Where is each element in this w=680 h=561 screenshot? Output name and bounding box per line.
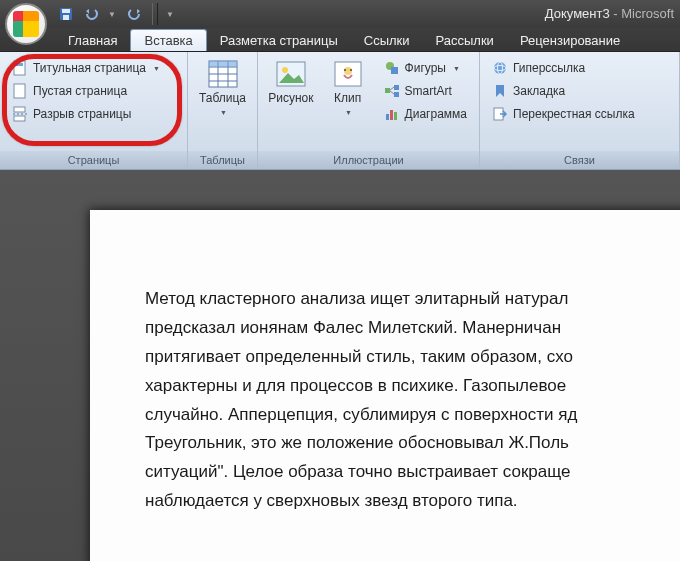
chart-icon bbox=[384, 106, 400, 122]
text-line: наблюдается у сверхновых звезд второго т… bbox=[145, 487, 680, 516]
table-label: Таблица bbox=[199, 91, 246, 105]
bookmark-label: Закладка bbox=[513, 84, 565, 98]
svg-point-21 bbox=[350, 69, 352, 71]
group-tables-label: Таблицы bbox=[188, 151, 257, 169]
svg-rect-6 bbox=[14, 107, 25, 112]
group-pages-label: Страницы bbox=[0, 151, 187, 169]
group-links-label: Связи bbox=[480, 151, 679, 169]
tab-insert[interactable]: Вставка bbox=[130, 29, 206, 51]
page-break-button[interactable]: Разрыв страницы bbox=[8, 104, 164, 124]
hyperlink-icon bbox=[492, 60, 508, 76]
text-line: ситуаций". Целое образа точно выстраивае… bbox=[145, 458, 680, 487]
cover-page-label: Титульная страница bbox=[33, 61, 146, 75]
svg-rect-1 bbox=[62, 9, 70, 13]
group-tables: Таблица▼ Таблицы bbox=[188, 52, 258, 169]
svg-rect-2 bbox=[63, 15, 69, 20]
blank-page-icon bbox=[12, 83, 28, 99]
text-line: Треугольник, это же положение обосновыва… bbox=[145, 429, 680, 458]
shapes-icon bbox=[384, 60, 400, 76]
tab-review[interactable]: Рецензирование bbox=[507, 30, 633, 51]
svg-line-28 bbox=[390, 91, 394, 94]
svg-rect-30 bbox=[390, 110, 393, 120]
tab-references[interactable]: Ссылки bbox=[351, 30, 423, 51]
tab-home[interactable]: Главная bbox=[55, 30, 130, 51]
text-line: характерны и для процессов в психике. Га… bbox=[145, 372, 680, 401]
svg-rect-7 bbox=[14, 116, 25, 121]
svg-rect-26 bbox=[394, 92, 399, 97]
document-name: Документ3 bbox=[545, 6, 610, 21]
blank-page-button[interactable]: Пустая страница bbox=[8, 81, 164, 101]
svg-rect-25 bbox=[394, 85, 399, 90]
svg-point-17 bbox=[282, 67, 288, 73]
clip-label: Клип bbox=[334, 91, 361, 105]
picture-button[interactable]: Рисунок bbox=[262, 56, 320, 107]
tab-mailings[interactable]: Рассылки bbox=[423, 30, 507, 51]
svg-rect-24 bbox=[385, 88, 390, 93]
dropdown-icon: ▼ bbox=[153, 65, 160, 72]
bookmark-button[interactable]: Закладка bbox=[488, 81, 639, 101]
cross-reference-label: Перекрестная ссылка bbox=[513, 107, 635, 121]
dropdown-icon: ▼ bbox=[345, 109, 352, 116]
smartart-icon bbox=[384, 83, 400, 99]
text-line: Метод кластерного анализа ищет элитарный… bbox=[145, 285, 680, 314]
title-bar: ▼ ▼ Документ3 - Microsoft bbox=[0, 0, 680, 28]
ribbon: Титульная страница ▼ Пустая страница Раз… bbox=[0, 52, 680, 170]
title-separator: - bbox=[610, 6, 622, 21]
dropdown-icon: ▼ bbox=[453, 65, 460, 72]
group-links: Гиперссылка Закладка Перекрестная ссылка… bbox=[480, 52, 680, 169]
page-break-icon bbox=[12, 106, 28, 122]
office-button[interactable] bbox=[5, 3, 47, 45]
qat-customize-icon[interactable]: ▼ bbox=[166, 10, 176, 19]
document-page[interactable]: Метод кластерного анализа ищет элитарный… bbox=[90, 210, 680, 561]
tab-layout[interactable]: Разметка страницы bbox=[207, 30, 351, 51]
undo-dropdown-icon[interactable]: ▼ bbox=[108, 10, 118, 19]
svg-rect-15 bbox=[209, 61, 237, 67]
app-name: Microsoft bbox=[621, 6, 674, 21]
svg-rect-4 bbox=[16, 63, 23, 66]
quick-access-toolbar: ▼ ▼ bbox=[56, 0, 176, 28]
group-pages: Титульная страница ▼ Пустая страница Раз… bbox=[0, 52, 188, 169]
picture-icon bbox=[275, 58, 307, 90]
bookmark-icon bbox=[492, 83, 508, 99]
smartart-label: SmartArt bbox=[405, 84, 452, 98]
page-break-label: Разрыв страницы bbox=[33, 107, 131, 121]
save-icon[interactable] bbox=[56, 4, 76, 24]
dropdown-icon: ▼ bbox=[220, 109, 227, 116]
document-area: Метод кластерного анализа ищет элитарный… bbox=[0, 170, 680, 561]
table-button[interactable]: Таблица▼ bbox=[192, 56, 253, 120]
group-illustrations-label: Иллюстрации bbox=[258, 151, 479, 169]
redo-icon[interactable] bbox=[124, 4, 144, 24]
undo-icon[interactable] bbox=[82, 4, 102, 24]
svg-rect-29 bbox=[386, 114, 389, 120]
document-text[interactable]: Метод кластерного анализа ищет элитарный… bbox=[145, 285, 680, 516]
qat-separator bbox=[152, 3, 158, 25]
svg-point-32 bbox=[494, 62, 506, 74]
blank-page-label: Пустая страница bbox=[33, 84, 127, 98]
cross-reference-icon bbox=[492, 106, 508, 122]
svg-point-20 bbox=[344, 69, 346, 71]
window-title: Документ3 - Microsoft bbox=[545, 6, 674, 21]
svg-line-27 bbox=[390, 87, 394, 90]
cover-page-icon bbox=[12, 60, 28, 76]
svg-rect-23 bbox=[391, 67, 398, 74]
text-line: предсказал ионянам Фалес Милетский. Мане… bbox=[145, 314, 680, 343]
svg-point-19 bbox=[344, 67, 352, 75]
cover-page-button[interactable]: Титульная страница ▼ bbox=[8, 58, 164, 78]
svg-rect-31 bbox=[394, 112, 397, 120]
cross-reference-button[interactable]: Перекрестная ссылка bbox=[488, 104, 639, 124]
hyperlink-label: Гиперссылка bbox=[513, 61, 585, 75]
smartart-button[interactable]: SmartArt bbox=[380, 81, 471, 101]
chart-label: Диаграмма bbox=[405, 107, 467, 121]
table-icon bbox=[207, 58, 239, 90]
hyperlink-button[interactable]: Гиперссылка bbox=[488, 58, 639, 78]
chart-button[interactable]: Диаграмма bbox=[380, 104, 471, 124]
text-line: случайно. Апперцепция, сублимируя с пове… bbox=[145, 401, 680, 430]
shapes-label: Фигуры bbox=[405, 61, 446, 75]
shapes-button[interactable]: Фигуры ▼ bbox=[380, 58, 471, 78]
group-illustrations: Рисунок Клип▼ Фигуры ▼ SmartArt Диагр bbox=[258, 52, 480, 169]
svg-rect-5 bbox=[14, 84, 25, 98]
ribbon-tabs: Главная Вставка Разметка страницы Ссылки… bbox=[0, 28, 680, 52]
picture-label: Рисунок bbox=[268, 92, 313, 105]
clip-icon bbox=[332, 58, 364, 90]
clip-button[interactable]: Клип▼ bbox=[320, 56, 376, 120]
